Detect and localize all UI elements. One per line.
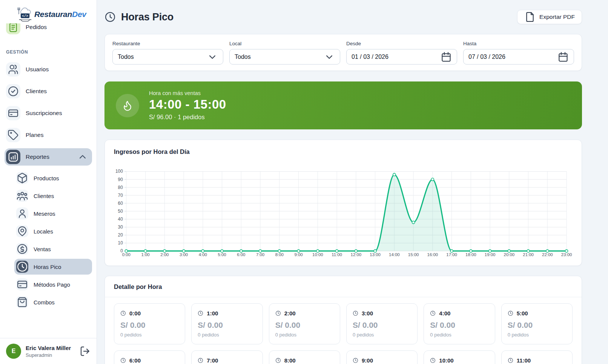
sidebar-subitem-meseros[interactable]: Meseros xyxy=(14,206,92,221)
hour-label: 7:00 xyxy=(207,357,218,364)
svg-text:90: 90 xyxy=(118,177,123,182)
svg-text:23:00: 23:00 xyxy=(561,252,572,257)
export-pdf-label: Exportar PDF xyxy=(539,14,575,20)
local-select[interactable]: Todos xyxy=(229,49,340,65)
svg-text:9:00: 9:00 xyxy=(294,252,302,257)
field-desde: Desde 01 / 03 / 2026 xyxy=(346,41,457,65)
chef-hat-code-icon: </> xyxy=(17,6,32,23)
sidebar-subitem-label: Locales xyxy=(34,228,53,235)
hour-amount: S/ 0.00 xyxy=(198,321,256,330)
title-wrap: Horas Pico xyxy=(104,11,173,23)
sidebar-item-suscripciones[interactable]: Suscripciones xyxy=(5,104,92,122)
restaurante-value: Todos xyxy=(118,54,134,60)
sidebar-nav: Pedidos GESTIÓN UsuariosClientesSuscripc… xyxy=(0,23,97,338)
sidebar-subitem-horas-pico[interactable]: Horas Pico xyxy=(14,259,92,275)
clock-icon xyxy=(275,358,281,363)
sidebar-item-label: Reportes xyxy=(26,154,72,160)
sidebar: </> RestauranDev Pedidos GESTIÓN Usuario… xyxy=(0,0,97,364)
ingresos-chart: 01020304050607080901000:001:002:003:004:… xyxy=(114,161,573,258)
svg-text:10: 10 xyxy=(118,240,123,246)
group-icon xyxy=(16,190,28,202)
svg-text:21:00: 21:00 xyxy=(523,252,534,257)
sidebar-subitem-ventas[interactable]: Ventas xyxy=(14,241,92,257)
sidebar-item-label: Planes xyxy=(26,132,88,138)
hour-card: 3:00S/ 0.000 pedidos xyxy=(346,303,418,344)
hour-card-header: 2:00 xyxy=(275,310,334,316)
sidebar-subitem-productos[interactable]: Productos xyxy=(14,170,92,186)
peak-hour-banner: Hora con más ventas 14:00 - 15:00 S/ 96.… xyxy=(104,81,582,129)
page-title: Horas Pico xyxy=(121,11,173,23)
page-header: Horas Pico Exportar PDF xyxy=(104,8,582,26)
hour-amount: S/ 0.00 xyxy=(508,321,566,330)
svg-text:20: 20 xyxy=(118,232,123,238)
logout-icon[interactable] xyxy=(79,346,91,357)
hasta-date-input[interactable]: 07 / 03 / 2026 xyxy=(463,49,574,65)
calendar-icon xyxy=(557,51,569,63)
peak-hour-texts: Hora con más ventas 14:00 - 15:00 S/ 96.… xyxy=(149,90,226,121)
svg-text:8:00: 8:00 xyxy=(275,252,284,257)
users-icon xyxy=(6,62,20,77)
svg-text:10:00: 10:00 xyxy=(312,252,323,257)
hour-card: 7:00S/ 0.000 pedidos xyxy=(191,350,263,364)
hour-card: 8:00S/ 0.000 pedidos xyxy=(269,350,340,364)
clock-icon xyxy=(198,310,203,316)
hour-label: 3:00 xyxy=(362,310,373,316)
user-info: Eric Valera Miller Superadmin xyxy=(26,345,71,358)
hour-label: 11:00 xyxy=(517,357,531,364)
chart-card: Ingresos por Hora del Día 01020304050607… xyxy=(104,140,582,266)
app-logo[interactable]: </> RestauranDev xyxy=(0,0,97,23)
local-label: Local xyxy=(229,41,340,46)
hour-label: 8:00 xyxy=(284,357,296,364)
svg-text:17:00: 17:00 xyxy=(446,252,457,257)
svg-text:40: 40 xyxy=(118,217,123,222)
svg-text:5:00: 5:00 xyxy=(218,252,226,257)
sidebar-item-planes[interactable]: Planes xyxy=(5,126,92,144)
restaurante-label: Restaurante xyxy=(112,41,223,46)
hour-card-header: 7:00 xyxy=(198,357,256,364)
sidebar-subitem-metodos-pago[interactable]: Métodos Pago xyxy=(14,276,92,292)
person-icon xyxy=(16,207,28,220)
flame-icon xyxy=(116,94,139,117)
hour-orders: 0 pedidos xyxy=(120,332,179,338)
sidebar-subitem-label: Productos xyxy=(34,175,59,181)
filters-bar: Restaurante Todos Local Todos Desde 01 /… xyxy=(104,34,582,71)
brand-primary: Restauran xyxy=(34,10,72,18)
hour-card-header: 5:00 xyxy=(508,310,566,316)
sidebar-items: UsuariosClientesSuscripcionesPlanesRepor… xyxy=(5,61,92,310)
hour-amount: S/ 0.00 xyxy=(120,321,179,330)
sidebar-subitem-clientes-reporte[interactable]: Clientes xyxy=(14,188,92,204)
sidebar-item-reportes[interactable]: Reportes xyxy=(5,148,92,166)
svg-text:50: 50 xyxy=(118,209,123,214)
hour-card-header: 10:00 xyxy=(430,357,488,364)
sidebar-subitem-label: Clientes xyxy=(34,193,54,199)
sidebar-subitem-label: Combos xyxy=(34,299,55,306)
sidebar-subitem-locales[interactable]: Locales xyxy=(14,223,92,239)
clock-icon xyxy=(508,310,513,316)
svg-text:19:00: 19:00 xyxy=(485,252,496,257)
hour-card: 11:00S/ 0.000 pedidos xyxy=(501,350,573,364)
brand-wordmark: RestauranDev xyxy=(34,10,86,19)
desde-value: 01 / 03 / 2026 xyxy=(352,54,388,60)
hour-label: 0:00 xyxy=(129,310,141,316)
sidebar-item-usuarios[interactable]: Usuarios xyxy=(5,61,92,78)
svg-text:6:00: 6:00 xyxy=(237,252,245,257)
user-role: Superadmin xyxy=(26,352,71,358)
hour-card-header: 6:00 xyxy=(120,357,179,364)
sidebar-subitem-combos[interactable]: Combos xyxy=(14,294,92,310)
hour-orders: 0 pedidos xyxy=(275,332,334,338)
hour-orders: 0 pedidos xyxy=(430,332,488,338)
sidebar-item-label: Clientes xyxy=(26,88,88,95)
detail-card: Detalle por Hora 0:00S/ 0.000 pedidos1:0… xyxy=(104,276,582,364)
hour-card-header: 0:00 xyxy=(120,310,179,316)
hour-orders: 0 pedidos xyxy=(353,332,411,338)
credit-card-icon xyxy=(16,278,28,290)
desde-date-input[interactable]: 01 / 03 / 2026 xyxy=(346,49,457,65)
sidebar-item-clientes[interactable]: Clientes xyxy=(5,83,92,100)
svg-text:11:00: 11:00 xyxy=(332,252,342,257)
svg-text:22:00: 22:00 xyxy=(542,252,553,257)
export-pdf-button[interactable]: Exportar PDF xyxy=(517,10,582,24)
restaurante-select[interactable]: Todos xyxy=(112,49,223,65)
local-value: Todos xyxy=(235,54,251,60)
clock-icon xyxy=(120,310,126,316)
sidebar-item-pedidos[interactable]: Pedidos xyxy=(5,23,92,36)
